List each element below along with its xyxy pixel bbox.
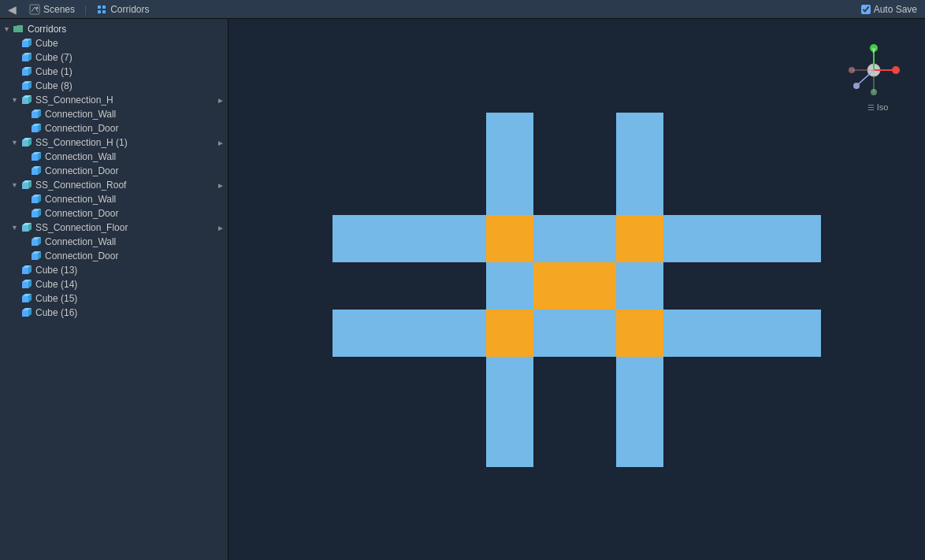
svg-rect-4 <box>98 10 101 13</box>
svg-rect-18 <box>22 98 28 104</box>
sidebar-item-cube[interactable]: Cube <box>0 36 228 50</box>
cube-icon <box>20 293 32 304</box>
svg-rect-2 <box>98 6 101 9</box>
svg-rect-12 <box>22 69 28 76</box>
svg-rect-27 <box>22 140 28 146</box>
sidebar-item-connection-door-2[interactable]: Connection_Door <box>0 164 228 178</box>
svg-point-75 <box>849 67 855 73</box>
sidebar-item-cube-8[interactable]: Cube (8) <box>0 79 228 93</box>
main-container: Corridors Cube Cube (7) <box>0 19 925 560</box>
sidebar-item-corridors-root[interactable]: Corridors <box>0 22 228 36</box>
cube-icon <box>30 109 41 120</box>
hierarchy-panel: Corridors Cube Cube (7) <box>0 19 228 560</box>
cube-icon <box>30 250 41 261</box>
connection-door-4-label: Connection_Door <box>45 250 118 261</box>
scenes-tab[interactable]: Scenes <box>23 2 81 17</box>
svg-point-1 <box>36 6 39 9</box>
folder-icon <box>13 24 24 35</box>
tab-separator: | <box>84 4 87 15</box>
cube-icon <box>30 165 41 176</box>
sidebar-item-ss-connection-roof[interactable]: SS_Connection_Roof ► <box>0 178 228 192</box>
expand-arrow-ssh <box>11 96 19 104</box>
ss-connection-h-1-label: SS_Connection_H (1) <box>35 137 128 148</box>
scenes-label: Scenes <box>43 4 75 15</box>
expand-arrow-sscf <box>11 224 19 232</box>
svg-line-72 <box>856 70 874 86</box>
svg-point-73 <box>853 83 860 89</box>
svg-rect-90 <box>533 310 616 357</box>
cube-icon <box>20 80 32 91</box>
top-bar: ◀ Scenes | Corridors Auto Save <box>0 0 925 19</box>
svg-rect-3 <box>102 6 106 9</box>
svg-rect-82 <box>533 215 616 262</box>
sidebar-item-connection-wall-3[interactable]: Connection_Wall <box>0 192 228 206</box>
cube-1-label: Cube (1) <box>35 66 72 77</box>
sidebar-item-cube-16[interactable]: Cube (16) <box>0 306 228 320</box>
svg-point-77 <box>871 89 877 95</box>
cube-8-label: Cube (8) <box>35 80 72 91</box>
cube-13-label: Cube (13) <box>35 265 77 276</box>
auto-save-label[interactable]: Auto Save <box>874 4 917 15</box>
sidebar-item-connection-wall-2[interactable]: Connection_Wall <box>0 150 228 164</box>
cube-7-label: Cube (7) <box>35 52 72 63</box>
svg-rect-85 <box>486 262 533 310</box>
scene-view[interactable]: y ☰ Iso <box>228 19 925 560</box>
svg-rect-48 <box>32 239 38 246</box>
svg-rect-24 <box>32 126 38 132</box>
svg-rect-36 <box>22 183 28 189</box>
back-button[interactable]: ◀ <box>5 3 20 16</box>
svg-rect-33 <box>32 169 38 175</box>
auto-save-checkbox[interactable] <box>861 5 871 14</box>
cube-14-label: Cube (14) <box>35 279 77 290</box>
right-arrow-ssh1: ► <box>217 139 225 147</box>
connection-door-2-label: Connection_Door <box>45 165 118 176</box>
svg-rect-30 <box>32 154 38 161</box>
sidebar-item-connection-wall-1[interactable]: Connection_Wall <box>0 107 228 121</box>
svg-rect-93 <box>486 357 533 467</box>
sidebar-item-cube-7[interactable]: Cube (7) <box>0 50 228 65</box>
sidebar-item-connection-door-4[interactable]: Connection_Door <box>0 249 228 263</box>
sidebar-item-ss-connection-h[interactable]: SS_Connection_H ► <box>0 93 228 107</box>
sidebar-item-cube-14[interactable]: Cube (14) <box>0 277 228 291</box>
corridor-visualization <box>332 113 821 467</box>
sidebar-item-ss-connection-h-1[interactable]: SS_Connection_H (1) ► <box>0 135 228 150</box>
cube-15-label: Cube (15) <box>35 293 77 304</box>
svg-rect-78 <box>486 113 533 215</box>
svg-rect-39 <box>32 197 38 203</box>
svg-rect-94 <box>616 357 663 467</box>
connection-wall-3-label: Connection_Wall <box>45 194 116 205</box>
expand-arrow-ssh1 <box>11 139 19 146</box>
gizmo-widget[interactable]: y ☰ Iso <box>846 43 909 106</box>
sidebar-item-cube-1[interactable]: Cube (1) <box>0 65 228 79</box>
gizmo-svg: y <box>846 43 901 98</box>
svg-rect-9 <box>22 55 28 61</box>
corridors-tab[interactable]: Corridors <box>90 2 155 17</box>
cube-icon <box>20 38 32 49</box>
sidebar-item-connection-wall-4[interactable]: Connection_Wall <box>0 235 228 249</box>
connection-wall-4-label: Connection_Wall <box>45 236 116 247</box>
gameobject-icon <box>20 137 32 148</box>
svg-rect-45 <box>22 225 28 232</box>
gameobject-icon <box>20 95 32 106</box>
svg-rect-0 <box>30 5 39 14</box>
sidebar-item-connection-door-3[interactable]: Connection_Door <box>0 206 228 221</box>
ss-connection-floor-label: SS_Connection_Floor <box>35 222 128 233</box>
sidebar-item-cube-15[interactable]: Cube (15) <box>0 291 228 306</box>
iso-label[interactable]: ☰ Iso <box>867 102 889 112</box>
cube-icon <box>30 236 41 247</box>
sidebar-item-connection-door-1[interactable]: Connection_Door <box>0 121 228 135</box>
svg-point-68 <box>892 66 900 74</box>
cube-icon <box>20 279 32 290</box>
sidebar-item-ss-connection-floor[interactable]: SS_Connection_Floor ► <box>0 221 228 235</box>
svg-rect-21 <box>32 112 38 118</box>
right-arrow-ssh: ► <box>217 96 225 105</box>
cube-16-label: Cube (16) <box>35 307 77 318</box>
svg-rect-89 <box>486 310 533 357</box>
sidebar-item-cube-13[interactable]: Cube (13) <box>0 263 228 277</box>
cube-icon <box>20 52 32 63</box>
cube-icon <box>20 265 32 276</box>
svg-rect-86 <box>533 262 616 310</box>
cube-label: Cube <box>35 38 58 49</box>
svg-rect-92 <box>663 310 821 357</box>
cube-icon <box>30 151 41 162</box>
